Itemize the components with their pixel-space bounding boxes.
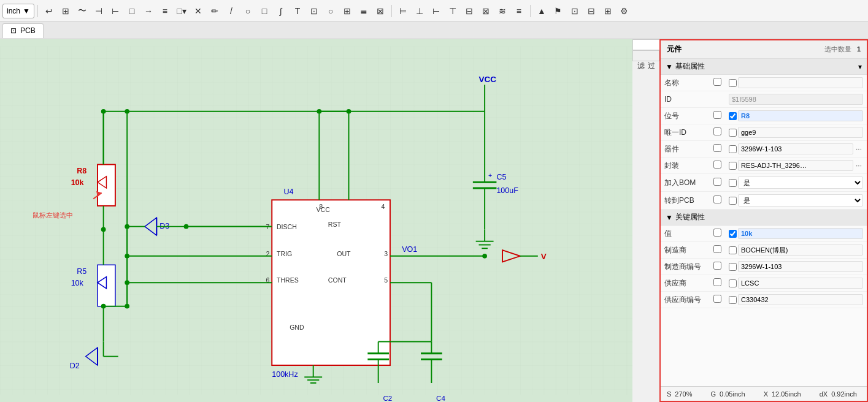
package-dots-btn[interactable]: ··· [855,161,863,170]
prop-select-pcb[interactable]: 是否 [738,194,863,207]
export-btn[interactable]: ⊟ [583,3,599,19]
align-bottom-btn[interactable]: ⊠ [478,3,494,19]
basic-props-table: 名称 ID [661,75,867,210]
toolbar-group-align: ⊨ ⊥ ⊢ ⊤ ⊟ ⊠ ≋ ≡ [395,3,527,19]
prop-input-name[interactable] [738,77,863,88]
svg-text:D3: D3 [159,222,169,230]
junction-btn[interactable]: ≡ [157,3,173,19]
prop-checkbox-value-right[interactable] [729,230,737,238]
panel-count: 选中数量 1 [824,45,861,54]
device-dots-btn[interactable]: ··· [855,145,863,153]
prop-checkbox-device-left[interactable] [713,144,721,152]
align-middle-btn[interactable]: ⊟ [461,3,477,19]
svg-text:8: 8 [319,203,323,210]
separator-2 [391,5,392,17]
component-btn[interactable]: ▲ [534,3,550,19]
prop-checkbox-mfr-right[interactable] [729,246,737,254]
circle-btn[interactable]: ○ [240,3,256,19]
prop-checkbox-suppliernum-left[interactable] [713,295,721,303]
image-btn[interactable]: ⊡ [306,3,322,19]
flag-btn[interactable]: ⚑ [550,3,566,19]
align-top-btn[interactable]: ⊤ [445,3,461,19]
grid-btn[interactable]: ⊞ [58,3,74,19]
prop-checkbox-device-right[interactable] [729,145,737,153]
prop-input-refdes[interactable] [738,110,863,121]
prop-checkbox-bom-left[interactable] [713,178,721,186]
svg-text:VO1: VO1 [402,245,417,254]
prop-checkbox-refdes-left[interactable] [713,111,721,119]
svg-point-62 [125,109,129,114]
align-left-btn[interactable]: ⊨ [395,3,411,19]
prop-input-package[interactable] [738,160,853,171]
prop-checkbox-uid-right[interactable] [729,129,737,137]
prop-checkbox-bom-right[interactable] [729,179,737,187]
prop-input-supplier[interactable] [738,278,863,289]
square-btn[interactable]: □ [256,3,272,19]
prop-input-device[interactable] [738,143,853,154]
basic-section-label: 基础属性 [675,61,705,72]
status-x-label: X [764,390,768,398]
align-right-btn[interactable]: ⊢ [428,3,444,19]
prop-checkbox-mfrnum-right[interactable] [729,263,737,271]
unit-selector[interactable]: inch ▼ [2,4,34,18]
prop-checkbox-refdes-right[interactable] [729,112,737,120]
prop-label-refdes: 位号 [664,112,679,120]
status-dx-value: 0.92inch [831,390,857,398]
prop-select-bom[interactable]: 是否 [738,176,863,189]
status-s: S 270% [667,390,692,398]
cross-btn[interactable]: ✕ [190,3,206,19]
pencil-btn[interactable]: ✏ [207,3,223,19]
ic-btn[interactable]: ⊠ [372,3,388,19]
prop-checkbox-uid-left[interactable] [713,127,721,135]
wire-btn[interactable]: ⊢ [107,3,123,19]
distribute-h-btn[interactable]: ≋ [494,3,510,19]
prop-value-supplier-num [729,294,863,305]
prop-checkbox-supplier-right[interactable] [729,279,737,287]
prop-checkbox-value-left[interactable] [713,229,721,237]
key-section-header[interactable]: ▼ 关键属性 [661,210,867,226]
table-btn[interactable]: ⊞ [339,3,355,19]
prop-input-value[interactable] [738,228,863,239]
text-btn[interactable]: T [290,3,305,19]
prop-checkbox-package-left[interactable] [713,161,721,169]
arc-btn[interactable]: ∫ [273,3,289,19]
section-dropdown: ▾ [858,63,862,71]
align-center-btn[interactable]: ⊥ [412,3,428,19]
basic-section-header[interactable]: ▼ 基础属性 ▾ [661,59,867,75]
settings-btn[interactable]: ⚙ [616,3,632,19]
prop-input-manufacturer[interactable] [738,245,863,256]
rect-btn[interactable]: □▾ [174,3,190,19]
prop-checkbox-name-right[interactable] [729,79,737,87]
prop-checkbox-supplier-left[interactable] [713,278,721,286]
prop-checkbox-name-left[interactable] [713,78,721,86]
filter-tab[interactable]: 过滤 [632,50,659,61]
wave-btn[interactable]: 〜 [74,3,90,19]
prop-input-mfr-num[interactable] [738,261,863,272]
prop-checkbox-pcb-right[interactable] [729,197,737,205]
line-btn[interactable]: / [223,3,239,19]
prop-value-val [729,228,863,239]
prop-checkbox-suppliernum-right[interactable] [729,296,737,304]
oval-btn[interactable]: ○ [323,3,339,19]
prop-row-pcb: 转到PCB 是否 [661,192,867,210]
simulate-btn[interactable]: ⊞ [600,3,616,19]
prop-checkbox-mfrnum-left[interactable] [713,262,721,270]
prop-checkbox-pcb-left[interactable] [713,195,721,203]
pin-btn[interactable]: ⊣ [91,3,107,19]
pcb-tab[interactable]: ⊡ PCB [2,23,44,38]
chip-btn[interactable]: ≣ [356,3,372,19]
arrow-btn[interactable]: → [140,3,156,19]
canvas-area[interactable]: VCC R8 10k 鼠标左键选中 [0,39,632,402]
prop-checkbox-package-right[interactable] [729,162,737,170]
properties-tab[interactable]: 属性 [632,39,659,50]
prop-input-supplier-num[interactable] [738,294,863,305]
svg-point-68 [482,254,487,259]
bus-btn[interactable]: □ [124,3,140,19]
prop-checkbox-mfr-left[interactable] [713,245,721,253]
import-btn[interactable]: ⊡ [567,3,583,19]
key-collapse-arrow: ▼ [666,213,673,222]
undo-btn[interactable]: ↩ [41,3,57,19]
distribute-v-btn[interactable]: ≡ [511,3,527,19]
prop-input-uid[interactable] [738,127,863,138]
status-bar: S 270% G 0.05inch X 12.05inch dX 0.92inc… [661,386,867,401]
